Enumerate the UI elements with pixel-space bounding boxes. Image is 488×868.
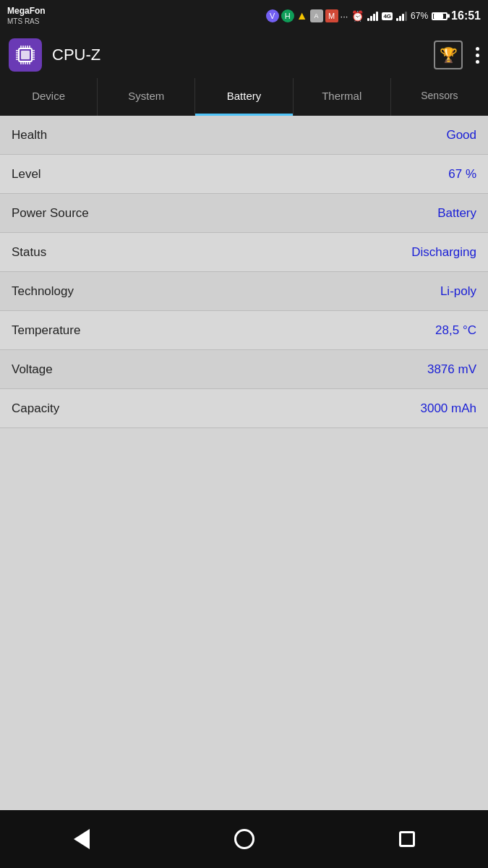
gmail-icon: M — [325, 9, 338, 22]
home-icon — [234, 829, 254, 849]
hangouts-icon: H — [281, 9, 294, 22]
table-row: StatusDischarging — [0, 233, 488, 272]
dot3 — [476, 60, 479, 64]
carrier-name: MegaFon — [7, 6, 46, 17]
row-label-level: Level — [12, 167, 448, 182]
alarm-icon: ⏰ — [351, 10, 364, 22]
more-menu-button[interactable] — [476, 47, 479, 64]
table-row: HealthGood — [0, 116, 488, 155]
dot1 — [476, 47, 479, 51]
trophy-icon: 🏆 — [440, 46, 458, 64]
row-value-power-source: Battery — [437, 206, 476, 221]
back-icon — [74, 829, 90, 849]
table-row: TechnologyLi-poly — [0, 272, 488, 311]
cpu-icon — [13, 43, 38, 67]
signal2-icon — [396, 11, 407, 21]
carrier-sub: MTS RAS — [7, 17, 46, 26]
tabs-bar: Device System Battery Thermal Sensors — [0, 78, 488, 116]
battery-percent: 67% — [411, 11, 428, 21]
recent-icon — [399, 831, 415, 847]
back-button[interactable] — [60, 817, 103, 861]
tab-battery[interactable]: Battery — [195, 78, 293, 116]
table-row: Temperature28,5 °C — [0, 311, 488, 350]
notification-icons: V H ▲ A M ··· — [266, 9, 348, 22]
row-value-health: Good — [446, 128, 476, 142]
table-row: Level67 % — [0, 155, 488, 194]
row-value-capacity: 3000 mAh — [421, 401, 477, 416]
more-notifications-icon: ··· — [341, 11, 348, 22]
table-row: Voltage3876 mV — [0, 350, 488, 389]
app-icon: A — [310, 9, 323, 22]
app-bar: CPU-Z 🏆 — [0, 32, 488, 78]
table-row: Capacity3000 mAh — [0, 389, 488, 428]
status-bar: MegaFon MTS RAS V H ▲ A M ··· ⏰ 4G — [0, 0, 488, 32]
row-label-status: Status — [12, 245, 411, 260]
tab-device[interactable]: Device — [0, 78, 98, 116]
viber-icon: V — [266, 9, 279, 22]
tab-device-label: Device — [32, 90, 65, 102]
time-display: 16:51 — [451, 9, 481, 22]
table-row: Power SourceBattery — [0, 194, 488, 233]
row-label-temperature: Temperature — [12, 323, 435, 338]
4g-badge: 4G — [382, 12, 393, 20]
carrier-info: MegaFon MTS RAS — [7, 6, 46, 27]
dot2 — [476, 54, 479, 57]
home-button[interactable] — [223, 817, 266, 861]
recent-button[interactable] — [385, 817, 429, 861]
row-label-voltage: Voltage — [12, 362, 427, 377]
drive-icon: ▲ — [296, 9, 308, 22]
row-value-status: Discharging — [411, 245, 476, 260]
tab-battery-label: Battery — [227, 90, 262, 102]
tab-system-label: System — [128, 90, 164, 102]
row-label-capacity: Capacity — [12, 401, 421, 416]
row-value-technology: Li-poly — [440, 284, 476, 299]
battery-icon — [432, 12, 448, 20]
trophy-button[interactable]: 🏆 — [434, 41, 463, 69]
app-logo — [9, 38, 42, 72]
row-value-temperature: 28,5 °C — [435, 323, 476, 338]
svg-rect-1 — [21, 51, 30, 59]
row-label-power-source: Power Source — [12, 206, 437, 221]
content-area: HealthGoodLevel67 %Power SourceBatterySt… — [0, 116, 488, 428]
tab-sensors-label: Sensors — [421, 90, 458, 101]
row-value-voltage: 3876 mV — [427, 362, 476, 377]
app-title: CPU-Z — [52, 46, 424, 64]
tab-thermal-label: Thermal — [322, 90, 361, 102]
tab-system[interactable]: System — [98, 78, 195, 116]
signal1-icon — [367, 11, 378, 21]
row-value-level: 67 % — [448, 167, 476, 182]
bottom-navigation — [0, 810, 488, 868]
status-icons: V H ▲ A M ··· ⏰ 4G 67% 16: — [266, 9, 481, 22]
row-label-health: Health — [12, 128, 446, 142]
row-label-technology: Technology — [12, 284, 440, 299]
app-bar-actions: 🏆 — [434, 41, 479, 69]
tab-thermal[interactable]: Thermal — [294, 78, 391, 116]
tab-sensors[interactable]: Sensors — [391, 78, 488, 116]
